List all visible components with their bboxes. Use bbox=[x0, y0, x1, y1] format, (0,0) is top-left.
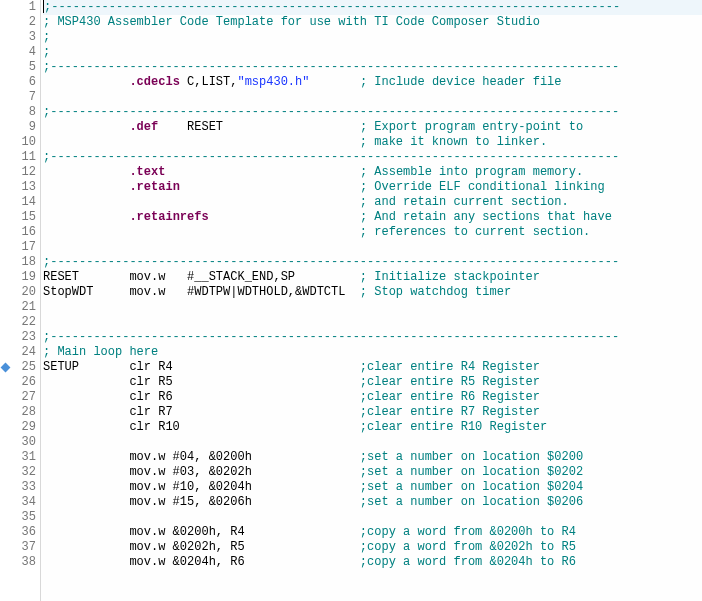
comment-text: ;copy a word from &0204h to R6 bbox=[360, 555, 576, 569]
code-line[interactable]: mov.w #10, &0204h ;set a number on locat… bbox=[43, 480, 702, 495]
marker-slot bbox=[0, 510, 10, 525]
code-line[interactable] bbox=[43, 300, 702, 315]
marker-slot bbox=[0, 285, 10, 300]
line-number: 17 bbox=[10, 240, 36, 255]
comment-text: ; Assemble into program memory. bbox=[360, 165, 583, 179]
code-line[interactable]: mov.w &0200h, R4 ;copy a word from &0200… bbox=[43, 525, 702, 540]
marker-slot bbox=[0, 240, 10, 255]
code-line[interactable] bbox=[43, 315, 702, 330]
code-line[interactable]: ; bbox=[43, 30, 702, 45]
diamond-marker-icon bbox=[0, 363, 10, 373]
code-line[interactable]: mov.w &0202h, R5 ;copy a word from &0202… bbox=[43, 540, 702, 555]
comment-text: ; make it known to linker. bbox=[360, 135, 547, 149]
marker-slot bbox=[0, 315, 10, 330]
code-line[interactable]: .retain ; Override ELF conditional linki… bbox=[43, 180, 702, 195]
code-line[interactable]: ;---------------------------------------… bbox=[43, 150, 702, 165]
marker-slot bbox=[0, 330, 10, 345]
code-line[interactable]: .cdecls C,LIST,"msp430.h" ; Include devi… bbox=[43, 75, 702, 90]
line-number: 6 bbox=[10, 75, 36, 90]
marker-slot bbox=[0, 180, 10, 195]
marker-slot bbox=[0, 270, 10, 285]
line-number: 32 bbox=[10, 465, 36, 480]
line-number: 16 bbox=[10, 225, 36, 240]
code-line[interactable]: clr R6 ;clear entire R6 Register bbox=[43, 390, 702, 405]
marker-slot bbox=[0, 255, 10, 270]
code-line[interactable]: ; MSP430 Assembler Code Template for use… bbox=[43, 15, 702, 30]
code-line[interactable]: RESET mov.w #__STACK_END,SP ; Initialize… bbox=[43, 270, 702, 285]
code-line[interactable] bbox=[43, 240, 702, 255]
line-number: 31 bbox=[10, 450, 36, 465]
code-line[interactable]: clr R7 ;clear entire R7 Register bbox=[43, 405, 702, 420]
code-text: mov.w &0200h, R4 bbox=[43, 525, 360, 539]
comment-text: ; Include device header file bbox=[360, 75, 562, 89]
code-line[interactable]: StopWDT mov.w #WDTPW|WDTHOLD,&WDTCTL ; S… bbox=[43, 285, 702, 300]
line-number: 30 bbox=[10, 435, 36, 450]
code-text bbox=[180, 180, 360, 194]
marker-slot bbox=[0, 90, 10, 105]
comment-text: ; and retain current section. bbox=[360, 195, 569, 209]
marker-slot bbox=[0, 375, 10, 390]
code-line[interactable]: clr R10 ;clear entire R10 Register bbox=[43, 420, 702, 435]
code-line[interactable] bbox=[43, 510, 702, 525]
code-line[interactable] bbox=[43, 435, 702, 450]
marker-slot bbox=[0, 225, 10, 240]
code-text: mov.w #10, &0204h bbox=[43, 480, 360, 494]
line-number: 23 bbox=[10, 330, 36, 345]
code-line[interactable]: ;---------------------------------------… bbox=[43, 60, 702, 75]
code-text bbox=[43, 195, 360, 209]
marker-slot bbox=[0, 45, 10, 60]
code-line[interactable]: mov.w #04, &0200h ;set a number on locat… bbox=[43, 450, 702, 465]
line-number: 22 bbox=[10, 315, 36, 330]
directive-text: .cdecls bbox=[129, 75, 179, 89]
code-text bbox=[43, 180, 129, 194]
marker-slot bbox=[0, 195, 10, 210]
code-line[interactable]: mov.w #15, &0206h ;set a number on locat… bbox=[43, 495, 702, 510]
code-line[interactable]: ;---------------------------------------… bbox=[43, 255, 702, 270]
code-line[interactable]: .def RESET ; Export program entry-point … bbox=[43, 120, 702, 135]
line-number: 13 bbox=[10, 180, 36, 195]
code-line[interactable]: ; Main loop here bbox=[43, 345, 702, 360]
code-text bbox=[43, 210, 129, 224]
marker-slot bbox=[0, 210, 10, 225]
marker-slot bbox=[0, 345, 10, 360]
code-line[interactable]: mov.w &0204h, R6 ;copy a word from &0204… bbox=[43, 555, 702, 570]
code-line[interactable]: ;---------------------------------------… bbox=[43, 330, 702, 345]
marker-slot bbox=[0, 0, 10, 15]
code-line[interactable]: ; references to current section. bbox=[43, 225, 702, 240]
code-editor[interactable]: 1234567891011121314151617181920212223242… bbox=[0, 0, 702, 601]
marker-slot bbox=[0, 300, 10, 315]
marker-slot bbox=[0, 540, 10, 555]
code-line[interactable]: SETUP clr R4 ;clear entire R4 Register bbox=[43, 360, 702, 375]
code-line[interactable] bbox=[43, 90, 702, 105]
code-line[interactable]: ;---------------------------------------… bbox=[43, 0, 702, 15]
code-line[interactable]: ;---------------------------------------… bbox=[43, 105, 702, 120]
marker-slot bbox=[0, 465, 10, 480]
comment-text: ;copy a word from &0202h to R5 bbox=[360, 540, 576, 554]
code-area[interactable]: ;---------------------------------------… bbox=[41, 0, 702, 601]
comment-text: ;set a number on location $0200 bbox=[360, 450, 583, 464]
comment-text: ;copy a word from &0200h to R4 bbox=[360, 525, 576, 539]
line-number: 9 bbox=[10, 120, 36, 135]
code-line[interactable]: mov.w #03, &0202h ;set a number on locat… bbox=[43, 465, 702, 480]
comment-text: ;---------------------------------------… bbox=[44, 0, 620, 14]
comment-text: ;clear entire R10 Register bbox=[360, 420, 547, 434]
line-number: 14 bbox=[10, 195, 36, 210]
code-text: RESET mov.w #__STACK_END,SP bbox=[43, 270, 360, 284]
code-text bbox=[165, 165, 359, 179]
line-number: 28 bbox=[10, 405, 36, 420]
code-line[interactable]: ; make it known to linker. bbox=[43, 135, 702, 150]
code-line[interactable]: .text ; Assemble into program memory. bbox=[43, 165, 702, 180]
line-number: 34 bbox=[10, 495, 36, 510]
line-number: 5 bbox=[10, 60, 36, 75]
code-line[interactable]: clr R5 ;clear entire R5 Register bbox=[43, 375, 702, 390]
line-number: 4 bbox=[10, 45, 36, 60]
comment-text: ;clear entire R6 Register bbox=[360, 390, 540, 404]
code-text bbox=[43, 225, 360, 239]
code-line[interactable]: .retainrefs ; And retain any sections th… bbox=[43, 210, 702, 225]
comment-text: ; bbox=[43, 45, 50, 59]
code-text bbox=[309, 75, 359, 89]
line-number-gutter: 1234567891011121314151617181920212223242… bbox=[10, 0, 41, 601]
code-line[interactable]: ; and retain current section. bbox=[43, 195, 702, 210]
code-line[interactable]: ; bbox=[43, 45, 702, 60]
line-number: 2 bbox=[10, 15, 36, 30]
